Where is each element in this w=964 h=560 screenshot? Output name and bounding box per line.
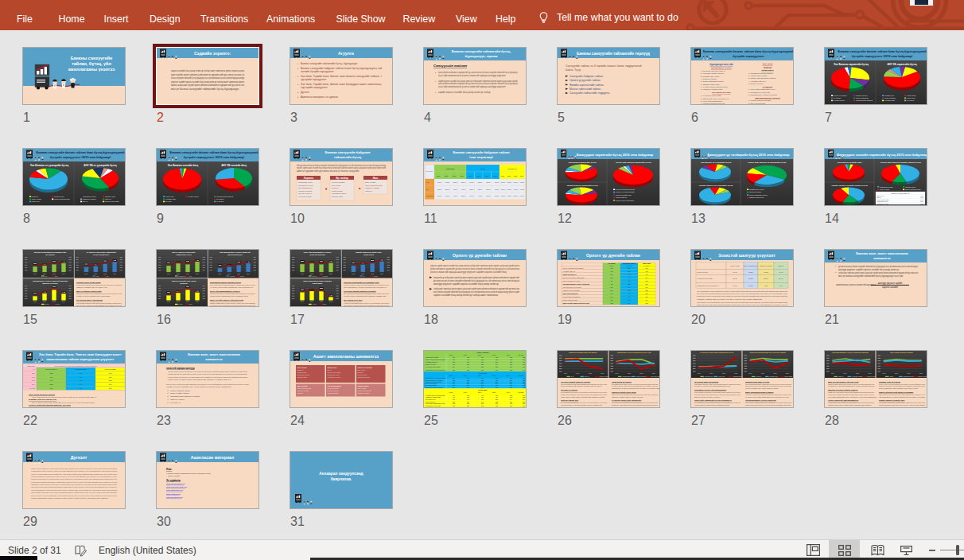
- ribbon-tab-transitions[interactable]: Transitions: [200, 14, 248, 25]
- slide-thumbnail-8[interactable]: Банкны санхүүгийн баланс тайлан банк бүт…: [22, 148, 126, 206]
- slide-thumbnail-4[interactable]: Банкны санхүүгийн тайлангийн бүтэц,бүрэл…: [423, 47, 527, 105]
- slide-thumbnail-15[interactable]: үйлчилгээний шимтгэл хураамж нийтдүн өмн…: [22, 249, 126, 307]
- slide-thumbnail-21[interactable]: Банкны ашиг, ашигт ажиллагаанышинжилгээ•…: [824, 249, 927, 307]
- svg-text:орлого зарлага цэвэр ашиг хүүг: орлого зарлага цэвэр ашиг хүүгийн орлого…: [694, 383, 740, 385]
- svg-text:үзүүлэлт өөрийн хөрөнгө зээлий: үзүүлэлт өөрийн хөрөнгө зээлийн багц чан…: [297, 166, 386, 169]
- slide-thumbnail-11[interactable]: Банкны санхүүгийн байдлын тайлан/сая төг…: [423, 148, 527, 206]
- svg-text:2017: 2017: [477, 175, 480, 177]
- svg-text:2016: 2016: [301, 301, 304, 302]
- svg-text:2016: 2016: [468, 175, 472, 177]
- svg-text:296: 296: [481, 387, 484, 388]
- slide-thumbnail-26[interactable]: шимтгэл хураамж нийт дүн өмнөх2016201720…: [557, 350, 660, 408]
- svg-text:актив өр: актив өр: [764, 66, 772, 68]
- svg-text:хөрөнгө: хөрөнгө: [55, 303, 60, 305]
- svg-text:ашиг хүүгийн орлого үйлчилгээн: ашиг хүүгийн орлого үйлчилгээний шимтгэл…: [171, 73, 244, 76]
- ribbon-tab-view[interactable]: View: [456, 14, 477, 25]
- svg-text:2016: 2016: [616, 372, 619, 374]
- svg-text:чанар актив өр төлбөр ашигт аж: чанар актив өр төлбөр ашигт ажиллагаа ор…: [694, 404, 730, 406]
- svg-text:2017: 2017: [761, 372, 764, 374]
- slide-thumbnail-17[interactable]: хэсэг үйл ажиллагааны үнэлгээзохистой ха…: [290, 249, 393, 307]
- svg-text:бүрэлдэхүүн: бүрэлдэхүүн: [507, 168, 517, 169]
- svg-text:АНУ ХБ эх үүсвэрийн бүтэц: АНУ ХБ эх үүсвэрийн бүтэц: [84, 164, 116, 167]
- svg-text:7. хүүгийн орлого үйлчилгээни: 7. хүүгийн орлого үйлчилгээний: [701, 86, 728, 88]
- slide-thumbnail-9[interactable]: Банкны санхүүгийн баланс тайлан банк бүт…: [156, 148, 259, 206]
- slide-thumbnail-3[interactable]: Агуулга▪Банкны санхүүгийн тайлангийн бүт…: [290, 47, 393, 105]
- slide-thumbnail-19[interactable]: Орлого үр дүнгийн тайланөр төлбөрашигтаж…: [557, 249, 660, 307]
- svg-text:2019: 2019: [507, 354, 510, 356]
- slide-thumbnail-25[interactable]: орлого зарлага20152016201720182019Дундаж…: [423, 350, 527, 408]
- ribbon-tab-animations[interactable]: Animations: [266, 14, 315, 25]
- svg-text:санхүүгийн тайлангийн бүтэц бү: санхүүгийн тайлангийн бүтэц бүрэлдэхүүн: [694, 399, 732, 401]
- ribbon-tab-file[interactable]: File: [17, 14, 33, 25]
- svg-text:686: 686: [646, 283, 648, 285]
- svg-text:үйлчилгээний шимтгэл: үйлчилгээний шимтгэл: [216, 196, 234, 197]
- svg-text:цэвэр ашиг хүүгийн орлого үйлч: цэвэр ашиг хүүгийн орлого үйлчилгээний ш…: [168, 379, 231, 381]
- slide-thumbnail-23[interactable]: Банкны ашиг, ашигт ажиллагаанышинжилгээз…: [156, 350, 259, 408]
- svg-text:ашигт: ашигт: [609, 265, 613, 266]
- slide-thumbnail-18[interactable]: Орлого үр дүнгийн тайланүзүүлэлт өөрийн …: [423, 249, 527, 307]
- language-indicator[interactable]: English (United States): [99, 545, 196, 556]
- svg-text:шалгуур: шалгуур: [312, 275, 317, 277]
- slide-thumbnail-31[interactable]: Анхаарал хандуулсандбаярлалаа.: [290, 451, 393, 509]
- slide-sorter-canvas[interactable]: Банкны санхүүгийнтайлан, бүтэц, үйлажилл…: [0, 30, 964, 539]
- ribbon-tab-home[interactable]: Home: [59, 14, 85, 25]
- svg-text:шалгуур үзүүлэлт өөрийн хөрөнг: шалгуур үзүүлэлт өөрийн хөрөнгө зээлийн …: [433, 282, 499, 286]
- slide-thumbnail-10[interactable]: Банкны санхүүгийн байдлынтайлангийн бүтэ…: [290, 148, 393, 206]
- ribbon-tab-slide-show[interactable]: Slide Show: [336, 14, 386, 25]
- svg-text:2016: 2016: [167, 301, 170, 302]
- slide-number-12: 12: [558, 212, 572, 226]
- slide-thumbnail-24[interactable]: Ашигт ажиллагааны шинжилгээбагц чанаракт…: [290, 350, 393, 408]
- slide-thumbnail-27[interactable]: үе банкны санхүүгийн тайлангийн бүтэц201…: [690, 350, 794, 408]
- slide-number-17: 17: [290, 313, 305, 327]
- svg-text:406000: 406000: [461, 189, 465, 190]
- svg-text:460000: 460000: [453, 196, 457, 196]
- svg-text:орлого зарлага цэвэр ашиг хүүг: орлого зарлага цэвэр ашиг хүүгийн орлого…: [76, 302, 122, 304]
- svg-text:үйл: үйл: [106, 275, 108, 277]
- svg-text:797: 797: [611, 286, 613, 288]
- zoom-handle[interactable]: [956, 545, 959, 555]
- slide-thumbnail-12[interactable]: Банкуудын хөрөнгийн бүтэц 2019 оны байдл…: [557, 148, 660, 206]
- svg-text:мөн үе банкны санхүүгийн тайла: мөн үе банкны санхүүгийн тайлангийн бүтэ…: [561, 402, 607, 403]
- svg-text:төлбөр ашигт: төлбөр ашигт: [297, 371, 307, 373]
- slide-thumbnail-22[interactable]: Хөх банк, Төрийн банк, Чингис хаан банку…: [22, 350, 126, 408]
- svg-text:ажиллагааны үнэлгээ: ажиллагааны үнэлгээ: [711, 67, 733, 69]
- slide-thumbnail-1[interactable]: Банкны санхүүгийнтайлан, бүтэц, үйлажилл…: [22, 47, 126, 105]
- svg-text:бүтэц бүрэлдэхүүн хэсэг үйл аж: бүтэц бүрэлдэхүүн хэсэг үйл ажиллагааны …: [697, 301, 787, 303]
- svg-text:7.71: 7.71: [80, 379, 83, 381]
- slide-thumbnail-2[interactable]: Сэдвийн зорилго:хөрөнгө зээлийн багц чан…: [156, 47, 259, 105]
- svg-text:тайлангийн бүтэц бүрэлдэхүүн: тайлангийн бүтэц бүрэлдэхүүн: [426, 369, 446, 371]
- slide-thumbnail-29[interactable]: Дүгнэлтөөрийн хөрөнгө зээлийн багц чанар…: [22, 451, 126, 509]
- svg-text:үзүүлэлт өөрийн: үзүүлэлт өөрийн: [75, 368, 87, 370]
- ribbon-tab-help[interactable]: Help: [496, 14, 515, 25]
- svg-text:үе банкны санхүүгийн тайлангий: үе банкны санхүүгийн тайлангийн: [87, 251, 117, 253]
- slide-thumbnail-5[interactable]: Банкны санхүүгийн тайлангийн төрлүүдСанх…: [557, 47, 660, 105]
- svg-text:16.3%: 16.3%: [764, 271, 768, 273]
- ribbon-tab-insert[interactable]: Insert: [104, 14, 129, 25]
- svg-text:•: •: [835, 271, 836, 274]
- svg-text:▪: ▪: [435, 91, 436, 94]
- spell-check-icon[interactable]: [74, 544, 87, 557]
- svg-text:325000: 325000: [478, 189, 482, 190]
- slide-thumbnail-6[interactable]: Банкны санхүүгийн баланс тайлан банк бүт…: [690, 47, 794, 105]
- ribbon-tab-review[interactable]: Review: [403, 14, 436, 25]
- svg-text:тайлан, бүтэц, үйл: тайлан, бүтэц, үйл: [72, 61, 111, 66]
- slide-indicator[interactable]: Slide 2 of 31: [8, 545, 61, 556]
- slide-thumbnail-28[interactable]: үйл ажиллагааны үнэлгээ зохистой харьцаа…: [824, 350, 927, 408]
- slide-thumbnail-13[interactable]: Банкуудын үр төлбөрийн бүтэц 2019 оны ба…: [690, 148, 794, 206]
- svg-text:354: 354: [523, 405, 525, 406]
- svg-text:241: 241: [467, 366, 469, 368]
- svg-text:2019: 2019: [32, 383, 35, 385]
- svg-text:үйлчилгээний шимтгэл хураамж н: үйлчилгээний шимтгэл хураамж нийт дүн өм…: [879, 404, 925, 406]
- tell-me-box[interactable]: Tell me what you want to do: [538, 11, 678, 24]
- svg-text:шинжилгээ: шинжилгээ: [873, 256, 891, 260]
- ribbon-tab-design[interactable]: Design: [150, 14, 181, 25]
- slide-thumbnail-7[interactable]: Банкны санхүүгийн баланс тайлан банк бүт…: [824, 47, 927, 105]
- svg-text:ашиг хүүгийн: ашиг хүүгийн: [297, 385, 309, 387]
- svg-text:зээлийн багц чанар актив өр тө: зээлийн багц чанар актив өр төлбөр ашигт…: [612, 404, 658, 406]
- svg-text:орлого үйлчилгээний: орлого үйлчилгээний: [744, 265, 758, 266]
- slide-thumbnail-20[interactable]: Зохистой шалгуур үзүүлэлташиг хүүгийнорл…: [690, 249, 794, 307]
- svg-text:2017: 2017: [710, 372, 713, 374]
- slide-thumbnail-30[interactable]: Ашигласан материалНом:• төлбөр ашигт ажи…: [156, 451, 259, 509]
- slide-thumbnail-14[interactable]: Банкуудын зээлийн хөрөнгийн бүтэц 2019 о…: [824, 148, 927, 206]
- slide-thumbnail-16[interactable]: мөн үе банкны санхүүгийнтайлангийн бүтэц…: [156, 249, 259, 307]
